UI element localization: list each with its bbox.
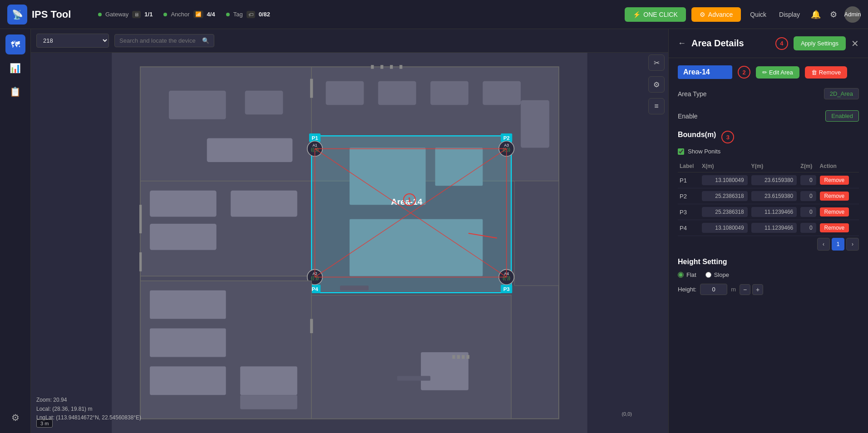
page-1-button[interactable]: 1	[832, 238, 844, 251]
panel-body: 2 ✏ Edit Area 🗑 Remove Area Type 2D_Area…	[669, 58, 868, 302]
sidebar-item-map[interactable]: 🗺	[5, 34, 25, 54]
point-action: Remove	[818, 172, 859, 188]
layers-icon-button[interactable]: ≡	[648, 98, 665, 114]
one-click-button[interactable]: ⚡ ONE CLICK	[625, 7, 686, 22]
height-section: Height Setting Flat Slope Height: m	[678, 258, 859, 295]
enable-row: Enable Enabled	[678, 108, 859, 123]
col-y: Y(m)	[750, 160, 799, 172]
map-canvas[interactable]: Area-14 P1 ((·)) A1 P2 ((·)) A3 P4 ((·))…	[31, 53, 668, 433]
svg-rect-17	[350, 148, 426, 205]
sidebar-item-devices[interactable]: 📊	[5, 58, 25, 78]
point-x: 13.1080049	[700, 172, 750, 188]
scissors-icon-button[interactable]: ✂	[648, 54, 665, 71]
flat-radio-label[interactable]: Flat	[678, 271, 696, 278]
height-type-row: Flat Slope	[678, 271, 859, 278]
area-details-panel: ← Area Details 4 Apply Settings ✕ 2 ✏ Ed…	[668, 29, 868, 433]
point-label: P1	[678, 172, 700, 188]
remove-area-button[interactable]: 🗑 Remove	[805, 66, 847, 79]
apply-settings-button[interactable]: Apply Settings	[794, 36, 846, 50]
advance-button[interactable]: ⚙ Advance	[691, 7, 741, 22]
gateway-label: Gateway	[105, 11, 128, 18]
col-label: Label	[678, 160, 700, 172]
svg-rect-67	[452, 355, 455, 359]
bell-icon[interactable]: 🔔	[809, 8, 823, 21]
remove-point-button[interactable]: Remove	[820, 207, 849, 216]
remove-point-button[interactable]: Remove	[820, 192, 849, 201]
remove-area-label: Remove	[819, 69, 841, 76]
sidebar: 🗺 📊 📋 ⚙	[0, 29, 31, 433]
point-label: P4	[678, 220, 700, 236]
svg-rect-61	[310, 79, 313, 98]
admin-label: Admin	[844, 11, 861, 18]
one-click-label: ONE CLICK	[643, 11, 677, 18]
edit-icon: ✏	[762, 69, 767, 76]
one-click-icon: ⚡	[633, 11, 641, 18]
flat-radio[interactable]	[678, 272, 684, 278]
svg-rect-9	[430, 81, 469, 105]
local-info: Local: (28.36, 19.81) m	[36, 405, 141, 413]
close-panel-button[interactable]: ✕	[851, 38, 859, 49]
slope-radio[interactable]	[705, 272, 711, 278]
floor-select[interactable]: 218	[36, 34, 109, 48]
svg-rect-7	[326, 81, 364, 105]
gateway-stat: Gateway 🖥 1/1	[98, 10, 153, 18]
device-stats: Gateway 🖥 1/1 Anchor 📶 4/4 Tag 🏷 0/82	[98, 10, 616, 18]
slope-radio-label[interactable]: Slope	[705, 271, 729, 278]
height-stepper: − +	[740, 284, 763, 295]
prev-page-button[interactable]: ‹	[817, 238, 830, 251]
svg-rect-62	[310, 319, 313, 333]
panel-back-button[interactable]: ←	[678, 39, 686, 48]
map-scale: 3 m	[36, 419, 53, 428]
height-input-row: Height: m − +	[678, 284, 859, 295]
svg-rect-18	[435, 148, 483, 186]
point-z: 0	[799, 204, 818, 220]
next-page-button[interactable]: ›	[846, 238, 859, 251]
svg-text:Area-14: Area-14	[391, 197, 423, 207]
remove-point-button[interactable]: Remove	[820, 223, 849, 232]
show-points-label[interactable]: Show Ponits	[688, 148, 720, 155]
svg-rect-50	[150, 329, 226, 357]
sidebar-item-gear[interactable]: ⚙	[5, 408, 25, 428]
area-type-label: Area Type	[678, 90, 707, 98]
search-box[interactable]: 🔍	[114, 34, 214, 47]
point-action: Remove	[818, 204, 859, 220]
point-label: P2	[678, 188, 700, 204]
settings-icon[interactable]: ⚙	[828, 8, 839, 21]
remove-point-button[interactable]: Remove	[820, 176, 849, 185]
sidebar-item-layers[interactable]: 📋	[5, 82, 25, 102]
point-action: Remove	[818, 220, 859, 236]
search-input[interactable]	[119, 37, 199, 44]
display-button[interactable]: Display	[775, 9, 804, 20]
svg-rect-63	[371, 65, 374, 69]
gateway-status-dot	[98, 13, 102, 16]
height-input[interactable]	[700, 284, 727, 295]
config-icon-button[interactable]: ⚙	[648, 76, 665, 93]
svg-rect-60	[139, 252, 142, 271]
advance-label: Advance	[708, 11, 733, 18]
svg-rect-10	[483, 81, 521, 105]
height-title: Height Setting	[678, 258, 859, 266]
tag-count: 0/82	[259, 11, 270, 18]
enable-value: Enabled	[825, 110, 859, 122]
anchor-stat: Anchor 📶 4/4	[163, 10, 215, 18]
svg-rect-55	[421, 352, 469, 390]
show-points-checkbox[interactable]	[678, 148, 684, 155]
tag-status-dot	[226, 13, 230, 16]
point-y: 23.6159380	[750, 172, 799, 188]
point-action: Remove	[818, 188, 859, 204]
svg-rect-57	[397, 376, 430, 380]
svg-rect-54	[311, 295, 511, 418]
height-decrement-button[interactable]: −	[740, 284, 750, 295]
svg-text:P3: P3	[503, 286, 510, 292]
area-name-input[interactable]	[678, 65, 732, 79]
bounds-section: Bounds(m) 3 Show Ponits Label X(m) Y(m)	[678, 131, 859, 251]
pagination: ‹ 1 ›	[678, 238, 859, 251]
avatar[interactable]: Admin	[844, 6, 861, 23]
anchor-status-dot	[163, 13, 167, 16]
main-layout: 🗺 📊 📋 ⚙ 218 🔍	[0, 29, 868, 433]
tag-icon: 🏷	[247, 11, 255, 18]
svg-rect-5	[207, 138, 293, 162]
quick-button[interactable]: Quick	[746, 9, 770, 20]
height-increment-button[interactable]: +	[752, 284, 763, 295]
edit-area-button[interactable]: ✏ Edit Area	[756, 66, 799, 79]
